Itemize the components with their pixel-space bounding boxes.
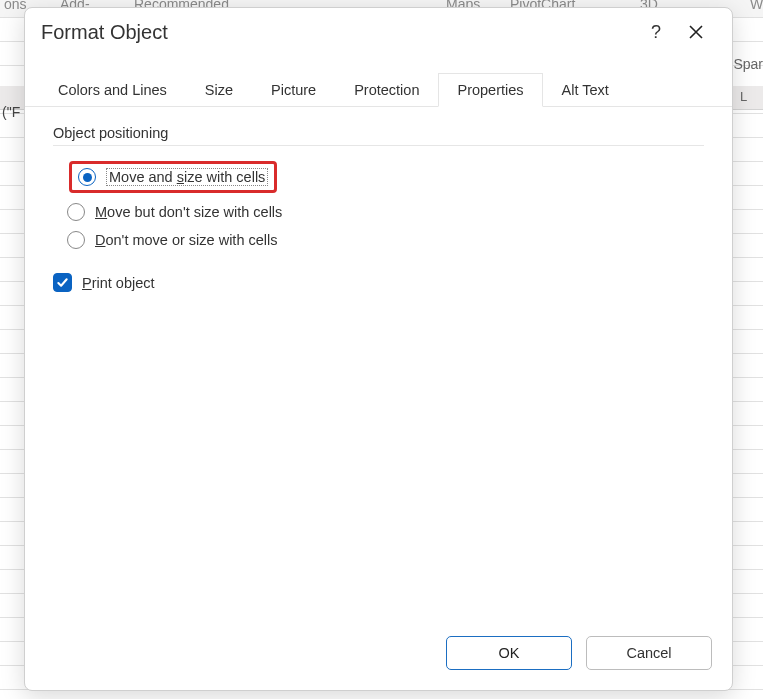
group-divider [53, 145, 704, 146]
radio-move-and-size-label: Move and size with cells [106, 168, 268, 186]
dialog-titlebar: Format Object ? [25, 8, 732, 52]
dialog-footer: OK Cancel [25, 622, 732, 690]
close-icon[interactable] [676, 18, 716, 46]
ribbon-sparklines-fragment: Spar [733, 56, 763, 72]
radio-dont-move-label: Don't move or size with cells [95, 232, 277, 248]
checkbox-print-object[interactable] [53, 273, 72, 292]
tab-protection[interactable]: Protection [335, 73, 438, 107]
object-positioning-label: Object positioning [53, 125, 704, 141]
checkbox-row-print-object: Print object [53, 268, 704, 297]
tab-size[interactable]: Size [186, 73, 252, 107]
dialog-tabs: Colors and Lines Size Picture Protection… [25, 52, 732, 107]
tab-alt-text[interactable]: Alt Text [543, 73, 628, 107]
formula-bar-fragment: ("F [2, 104, 20, 120]
tab-picture[interactable]: Picture [252, 73, 335, 107]
checkbox-print-object-label: Print object [82, 275, 155, 291]
radio-row-move-no-size: Move but don't size with cells [53, 198, 704, 226]
dialog-title: Format Object [41, 21, 636, 44]
radio-move-and-size[interactable] [78, 168, 96, 186]
dialog-content: Object positioning Move and size with ce… [25, 107, 732, 622]
radio-row-move-and-size: Move and size with cells [53, 156, 704, 198]
radio-move-no-size[interactable] [67, 203, 85, 221]
tab-colors-and-lines[interactable]: Colors and Lines [39, 73, 186, 107]
radio-row-dont-move: Don't move or size with cells [53, 226, 704, 254]
radio-dont-move[interactable] [67, 231, 85, 249]
help-icon[interactable]: ? [636, 18, 676, 46]
tab-properties[interactable]: Properties [438, 73, 542, 107]
cancel-button[interactable]: Cancel [586, 636, 712, 670]
radio-move-no-size-label: Move but don't size with cells [95, 204, 282, 220]
highlight-annotation: Move and size with cells [69, 161, 277, 193]
ok-button[interactable]: OK [446, 636, 572, 670]
format-object-dialog: Format Object ? Colors and Lines Size Pi… [24, 7, 733, 691]
